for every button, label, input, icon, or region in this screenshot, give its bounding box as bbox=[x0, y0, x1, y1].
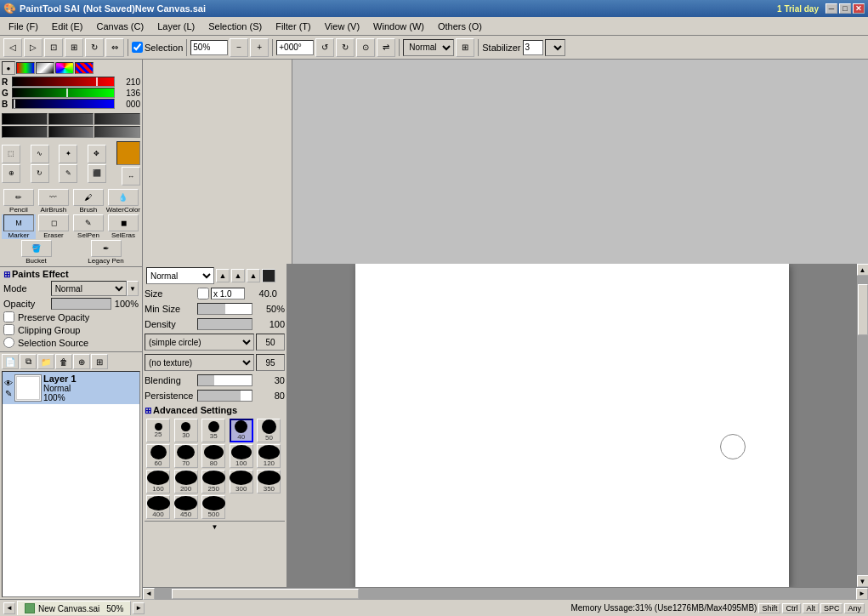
brush-tool-eraser[interactable]: ◻ Eraser bbox=[37, 214, 71, 239]
mode-extra-button[interactable]: ⊞ bbox=[456, 38, 474, 57]
canvas-area[interactable] bbox=[287, 264, 856, 587]
tool-select-rect[interactable]: ⬚ bbox=[2, 145, 20, 163]
brush-panel-scroll-down[interactable]: ▼ bbox=[145, 521, 285, 533]
tab-scroll-left[interactable]: ◄ bbox=[3, 602, 15, 614]
persistence-slider[interactable] bbox=[197, 390, 252, 402]
grad-swatch-5[interactable] bbox=[48, 126, 94, 138]
brush-tool-seleras[interactable]: ◼ SelEras bbox=[106, 214, 140, 239]
size-thumb-200[interactable]: 200 bbox=[174, 470, 198, 493]
grad-swatch-4[interactable] bbox=[2, 126, 48, 138]
tool-eyedrop[interactable]: ✎ bbox=[59, 164, 77, 183]
flip-h-button[interactable]: ⇌ bbox=[377, 38, 395, 57]
rotation-input[interactable] bbox=[276, 40, 314, 55]
size-thumb-120[interactable]: 120 bbox=[257, 444, 281, 468]
opacity-slider[interactable] bbox=[51, 298, 111, 310]
hscroll-thumb[interactable] bbox=[172, 589, 359, 599]
rot-ccw-button[interactable]: ↺ bbox=[315, 38, 334, 57]
preserve-opacity-checkbox[interactable] bbox=[3, 311, 14, 322]
nav-zoom-fit-button[interactable]: ⊡ bbox=[44, 38, 63, 57]
size-thumb-250[interactable]: 250 bbox=[201, 470, 225, 493]
size-thumb-300[interactable]: 300 bbox=[230, 470, 253, 493]
menu-window[interactable]: Window (W) bbox=[366, 20, 431, 33]
nav-zoom-1-button[interactable]: ⊞ bbox=[65, 38, 83, 57]
selection-source-radio[interactable] bbox=[3, 337, 14, 348]
maximize-button[interactable]: □ bbox=[839, 3, 851, 14]
stabilizer-dropdown[interactable]: ▼ bbox=[545, 39, 565, 56]
nav-prev-button[interactable]: ◁ bbox=[3, 38, 22, 57]
size-thumb-35[interactable]: 35 bbox=[201, 419, 225, 442]
brush-tool-watercolor[interactable]: 💧 WaterColor bbox=[106, 189, 140, 214]
brush-mode-arrow2[interactable]: ▲ bbox=[231, 269, 245, 282]
shape-select[interactable]: (simple circle) bbox=[145, 334, 254, 351]
color-mode-circle[interactable]: ● bbox=[2, 61, 15, 75]
size-thumb-400[interactable]: 400 bbox=[146, 495, 170, 519]
menu-filter[interactable]: Filter (T) bbox=[269, 20, 318, 33]
size-thumb-80[interactable]: 80 bbox=[201, 444, 225, 468]
tool-zoom[interactable]: ⊕ bbox=[2, 164, 20, 183]
grad-swatch-3[interactable] bbox=[94, 113, 140, 125]
b-slider[interactable] bbox=[12, 99, 115, 109]
tool-select-lasso[interactable]: ∿ bbox=[31, 145, 49, 163]
brush-tool-pencil[interactable]: ✏ Pencil bbox=[2, 189, 36, 214]
paints-effect-header[interactable]: ⊞ Paints Effect bbox=[3, 269, 139, 279]
menu-file[interactable]: File (F) bbox=[2, 20, 45, 33]
zoom-minus-button[interactable]: − bbox=[230, 38, 248, 57]
color-palette-rgb[interactable] bbox=[16, 62, 35, 74]
size-thumb-70[interactable]: 70 bbox=[174, 444, 198, 468]
hscroll-left-button[interactable]: ◄ bbox=[143, 588, 155, 600]
canvas-surface[interactable] bbox=[355, 264, 789, 587]
grad-swatch-6[interactable] bbox=[94, 126, 140, 138]
layer-merge-button[interactable]: ⊕ bbox=[73, 354, 90, 369]
brush-tool-legacypen[interactable]: ✒ Legacy Pen bbox=[71, 240, 140, 265]
layer-new-button[interactable]: 📄 bbox=[2, 354, 19, 369]
brush-mode-arrow1[interactable]: ▲ bbox=[216, 269, 230, 282]
layer-delete-button[interactable]: 🗑 bbox=[55, 354, 72, 369]
grad-swatch-1[interactable] bbox=[2, 113, 48, 125]
grad-swatch-2[interactable] bbox=[48, 113, 94, 125]
rot-cw-button[interactable]: ↻ bbox=[336, 38, 355, 57]
current-color-swatch[interactable] bbox=[116, 141, 140, 165]
brush-mode-arrow3[interactable]: ▲ bbox=[247, 269, 260, 282]
color-palette-swatches[interactable] bbox=[75, 62, 94, 74]
tab-scroll-right[interactable]: ► bbox=[133, 602, 145, 614]
brush-tool-airbrush[interactable]: 〰 AirBrush bbox=[37, 189, 71, 214]
brush-mode-black[interactable] bbox=[262, 269, 275, 282]
texture-select[interactable]: (no texture) bbox=[145, 354, 254, 371]
size-thumb-100[interactable]: 100 bbox=[230, 444, 253, 468]
mode-select[interactable]: Normal bbox=[51, 281, 127, 296]
density-slider[interactable] bbox=[197, 318, 252, 330]
brush-tool-selpen[interactable]: ✎ SelPen bbox=[71, 214, 105, 239]
selection-checkbox[interactable] bbox=[132, 42, 143, 53]
blending-slider[interactable] bbox=[197, 374, 252, 386]
mode-arrow-button[interactable]: ▼ bbox=[127, 281, 139, 296]
canvas-tab[interactable]: New Canvas.sai 50% bbox=[17, 601, 131, 615]
size-checkbox[interactable] bbox=[197, 288, 209, 299]
layer-copy-button[interactable]: ⧉ bbox=[20, 354, 37, 369]
nav-next-button[interactable]: ▷ bbox=[24, 38, 43, 57]
zoom-plus-button[interactable]: + bbox=[250, 38, 269, 57]
layer-eye-icon[interactable]: 👁 bbox=[4, 379, 13, 388]
g-slider[interactable] bbox=[12, 88, 115, 98]
zoom-input[interactable] bbox=[190, 40, 228, 55]
tool-fill[interactable]: ⬛ bbox=[88, 164, 106, 183]
mode-dropdown[interactable]: Normal bbox=[403, 39, 454, 56]
min-size-slider[interactable] bbox=[197, 303, 252, 315]
size-thumb-40[interactable]: 40 bbox=[230, 419, 253, 442]
vscroll-up-button[interactable]: ▲ bbox=[857, 264, 869, 276]
vscroll-track[interactable] bbox=[857, 276, 869, 575]
minimize-button[interactable]: ─ bbox=[825, 3, 837, 14]
close-button[interactable]: ✕ bbox=[853, 3, 865, 14]
menu-selection[interactable]: Selection (S) bbox=[201, 20, 269, 33]
layer-folder-button[interactable]: 📁 bbox=[37, 354, 54, 369]
vscroll-thumb[interactable] bbox=[858, 284, 868, 335]
menu-others[interactable]: Others (O) bbox=[431, 20, 489, 33]
menu-layer[interactable]: Layer (L) bbox=[150, 20, 201, 33]
menu-view[interactable]: View (V) bbox=[318, 20, 366, 33]
size-thumb-30[interactable]: 30 bbox=[174, 419, 198, 442]
size-thumb-500[interactable]: 500 bbox=[201, 495, 225, 519]
tool-rotate[interactable]: ↻ bbox=[31, 164, 49, 183]
color-palette-wheel[interactable] bbox=[55, 62, 74, 74]
menu-edit[interactable]: Edit (E) bbox=[45, 20, 90, 33]
rot-reset-button[interactable]: ⊙ bbox=[356, 38, 375, 57]
nav-rotate-button[interactable]: ↻ bbox=[85, 38, 104, 57]
